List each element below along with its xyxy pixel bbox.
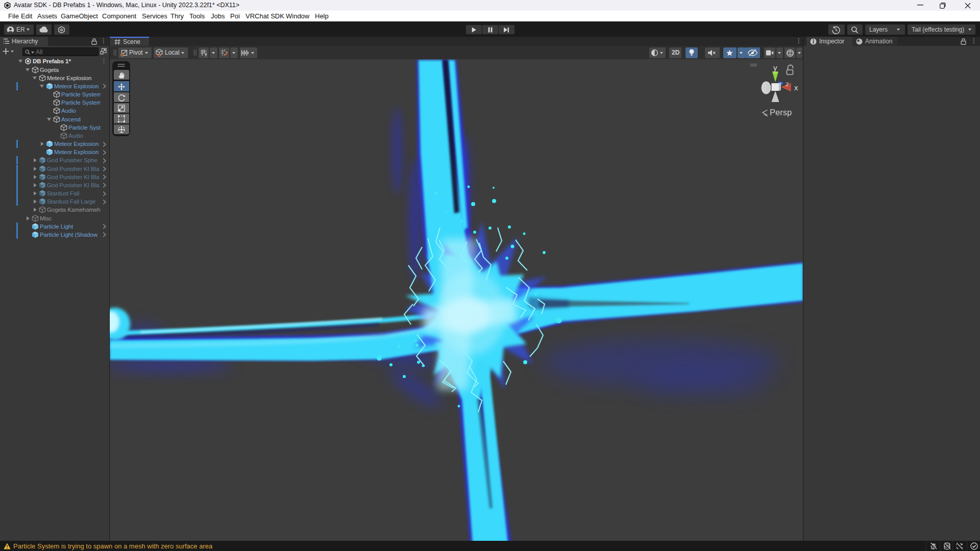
svg-text:z: z: [786, 80, 789, 88]
svg-text:x: x: [794, 83, 798, 92]
svg-text:Persp: Persp: [770, 108, 792, 117]
svg-text:y: y: [773, 63, 777, 72]
